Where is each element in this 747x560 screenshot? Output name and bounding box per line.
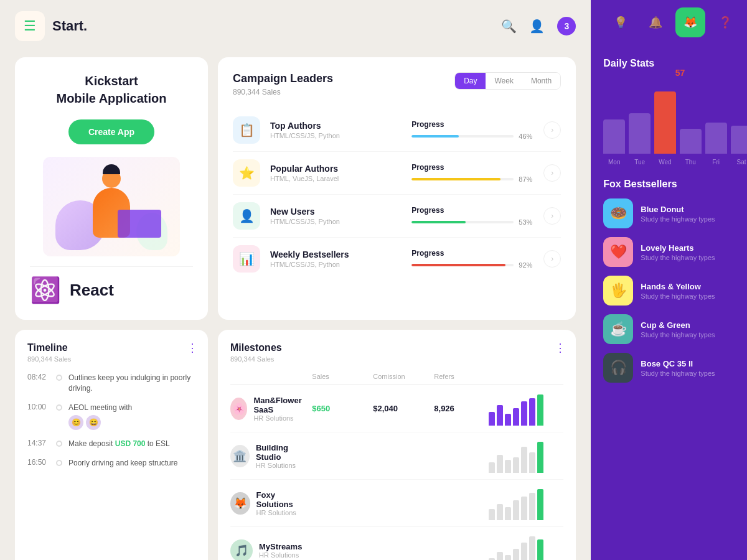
- day-label: Mon: [603, 159, 625, 166]
- mini-bar: [513, 457, 519, 473]
- timeline-options[interactable]: ⋮: [187, 341, 198, 355]
- ms-sub: HR Solutions: [256, 462, 307, 469]
- product-info: Bose QC 35 II Study the highway types: [641, 359, 715, 377]
- ms-header-chart: [489, 373, 563, 380]
- campaign-header: Campaign Leaders 890,344 Sales Day Week …: [233, 72, 561, 96]
- kickstart-card: Kickstart Mobile Application Create App: [15, 57, 208, 320]
- timeline-item: 14:37 Make deposit USD 700 to ESL: [27, 439, 195, 449]
- campaign-row: 📊 Weekly Bestsellers HTML/CSS/JS, Python…: [233, 238, 561, 280]
- row-chevron[interactable]: ›: [543, 250, 561, 268]
- mini-bar: [505, 414, 511, 426]
- search-icon[interactable]: 🔍: [501, 19, 517, 34]
- milestone-row: 🎵 MyStreams HR Solutions: [230, 527, 563, 560]
- timeline-items: 08:42 Outlines keep you indulging in poo…: [27, 373, 195, 469]
- mini-bar: [521, 497, 527, 520]
- ms-sub: HR Solutions: [259, 551, 302, 559]
- lightbulb-icon[interactable]: 💡: [606, 7, 636, 37]
- product-name: Hands & Yellow: [641, 282, 715, 291]
- timeline-dot: [56, 441, 62, 447]
- fox-product-item: 🎧 Bose QC 35 II Study the highway types: [603, 353, 747, 383]
- mini-bar: [513, 408, 519, 426]
- milestones-options[interactable]: ⋮: [555, 341, 566, 355]
- product-image: ☕: [603, 314, 633, 344]
- create-app-button[interactable]: Create App: [68, 119, 154, 144]
- mini-bar: [505, 507, 511, 520]
- tab-week[interactable]: Week: [486, 73, 522, 89]
- milestone-rows: 🌸 Man&Flower SaaS HR Solutions $650 $2,0…: [230, 385, 563, 560]
- ms-header-refers: Refers: [434, 373, 484, 380]
- row-chevron[interactable]: ›: [543, 207, 561, 225]
- mini-bar: [529, 493, 535, 520]
- campaign-row-title: Popular Authors: [270, 164, 411, 174]
- tab-group: Day Week Month: [454, 72, 561, 90]
- ms-name: Building Studio: [256, 443, 307, 462]
- campaign-progress: Progress 53%: [411, 206, 536, 226]
- campaign-card: Campaign Leaders 890,344 Sales Day Week …: [218, 57, 576, 320]
- fox-icon[interactable]: 🦊: [675, 7, 705, 37]
- product-name: Lovely Hearts: [641, 243, 715, 253]
- campaign-subtitle: 890,344 Sales: [233, 88, 333, 96]
- campaign-row-info: Weekly Bestsellers HTML/CSS/JS, Python: [270, 250, 411, 268]
- timeline-title: Timeline: [27, 342, 195, 353]
- logo-icon: ☰: [24, 18, 36, 34]
- ms-icon: 🦊: [230, 492, 250, 515]
- mini-bar: [505, 460, 511, 473]
- logo-box: ☰: [15, 11, 45, 41]
- ms-commission: $2,040: [373, 404, 429, 413]
- day-label: Tue: [629, 159, 651, 166]
- chart-bar: [680, 129, 702, 154]
- fox-bestsellers-section: Fox Bestsellers ⋯ 🍩 Blue Donut Study the…: [591, 178, 747, 560]
- progress-fill: [411, 135, 458, 138]
- mini-bar: [497, 405, 503, 426]
- chart-bar: [731, 126, 747, 154]
- campaign-row-icon: 📋: [233, 116, 260, 144]
- campaign-row-tech: HTML/CSS/JS, Python: [270, 132, 411, 139]
- product-info: Blue Donut Study the highway types: [641, 205, 715, 223]
- product-image: ❤️: [603, 237, 633, 267]
- campaign-row-info: Popular Authors HTML, VueJS, Laravel: [270, 164, 411, 182]
- chart-bar: [705, 123, 727, 154]
- fox-product-item: 🖐️ Hands & Yellow Study the highway type…: [603, 276, 747, 306]
- row-chevron[interactable]: ›: [543, 121, 561, 139]
- campaign-row-title: Weekly Bestsellers: [270, 250, 411, 259]
- notification-badge[interactable]: 3: [557, 17, 576, 35]
- day-labels: MonTueWedThuFriSatSun: [603, 159, 747, 166]
- help-icon[interactable]: ❓: [710, 7, 740, 37]
- ms-refers: 8,926: [434, 404, 484, 413]
- progress-fill: [411, 264, 505, 266]
- chart-bar: [629, 113, 651, 154]
- ms-header-sales: Sales: [312, 373, 368, 380]
- campaign-row: 📋 Top Authors HTML/CSS/JS, Python Progre…: [233, 109, 561, 152]
- tab-day[interactable]: Day: [455, 73, 486, 89]
- product-image: 🍩: [603, 198, 633, 228]
- timeline-item: 10:00 AEOL meeting with😊😄: [27, 403, 195, 431]
- ms-name: Man&Flower SaaS: [253, 396, 307, 414]
- product-sub: Study the highway types: [641, 370, 715, 377]
- mini-bar: [537, 489, 543, 520]
- ms-sub: HR Solutions: [256, 509, 308, 516]
- milestone-row: 🌸 Man&Flower SaaS HR Solutions $650 $2,0…: [230, 385, 563, 432]
- row-chevron[interactable]: ›: [543, 164, 561, 182]
- mini-bar: [497, 552, 503, 560]
- notification-icon[interactable]: 🔔: [641, 7, 670, 37]
- tab-month[interactable]: Month: [522, 73, 560, 89]
- ms-name: Foxy Solutions: [256, 490, 308, 509]
- product-name: Bose QC 35 II: [641, 359, 715, 368]
- illustration-bg: [43, 157, 180, 256]
- main-area: ☰ Start. 🔍 👤 3 Kickstart Mobile Applicat…: [0, 0, 591, 560]
- user-profile-icon[interactable]: 👤: [529, 19, 545, 34]
- ms-chart: [489, 391, 563, 426]
- campaign-title: Campaign Leaders: [233, 72, 333, 85]
- ms-sales: $650: [312, 404, 368, 413]
- ms-name-cell: 🎵 MyStreams HR Solutions: [230, 539, 307, 561]
- campaign-row: 👤 New Users HTML/CSS/JS, Python Progress…: [233, 195, 561, 238]
- progress-fill: [411, 178, 500, 180]
- mini-bar: [489, 412, 495, 426]
- mini-bar: [513, 549, 519, 560]
- ms-name-cell: 🦊 Foxy Solutions HR Solutions: [230, 490, 307, 516]
- react-label: React: [70, 281, 114, 300]
- campaign-row-title: New Users: [270, 207, 411, 217]
- fox-product-item: ☕ Cup & Green Study the highway types: [603, 314, 747, 344]
- mini-bar: [521, 543, 527, 560]
- timeline-subtitle: 890,344 Sales: [27, 355, 195, 363]
